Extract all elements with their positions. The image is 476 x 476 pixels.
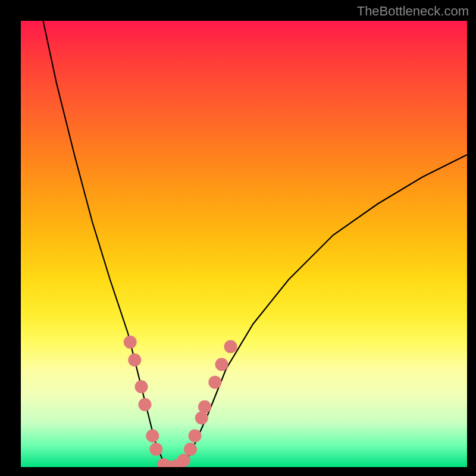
marker-dot [124,336,137,349]
marker-dot [208,376,221,389]
highlight-dots [124,336,237,467]
marker-dot [224,340,237,353]
marker-dot [149,443,162,456]
marker-dot [146,430,159,443]
marker-dot [128,353,141,367]
marker-dot [184,443,197,456]
marker-dot [135,380,148,393]
marker-dot [189,430,202,443]
chart-svg [21,21,467,467]
marker-dot [215,358,228,371]
plot-area [21,21,467,467]
bottleneck-curve [43,21,468,467]
marker-dot [195,412,208,425]
marker-dot [177,454,190,467]
marker-dot [198,400,211,414]
marker-dot [139,398,152,411]
watermark-text: TheBottleneck.com [357,4,469,19]
